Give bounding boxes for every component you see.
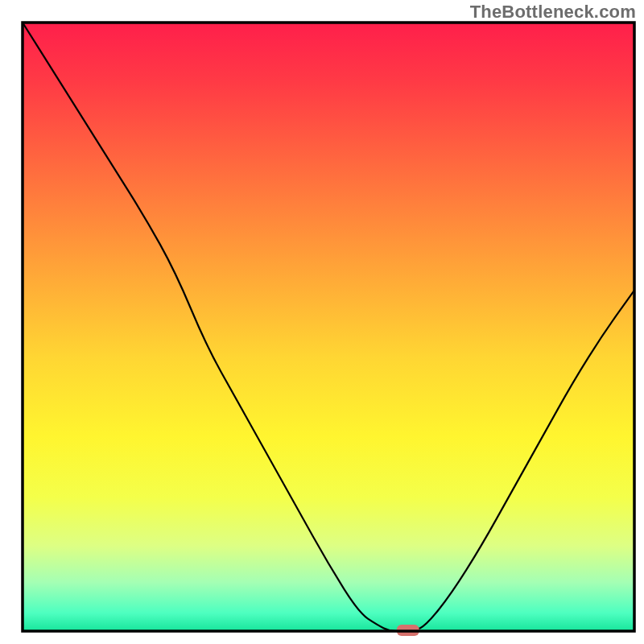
chart-container: { "watermark": "TheBottleneck.com", "cha… xyxy=(0,0,644,644)
chart-svg xyxy=(0,0,644,644)
watermark-text: TheBottleneck.com xyxy=(470,2,636,23)
plot-background xyxy=(23,23,634,631)
